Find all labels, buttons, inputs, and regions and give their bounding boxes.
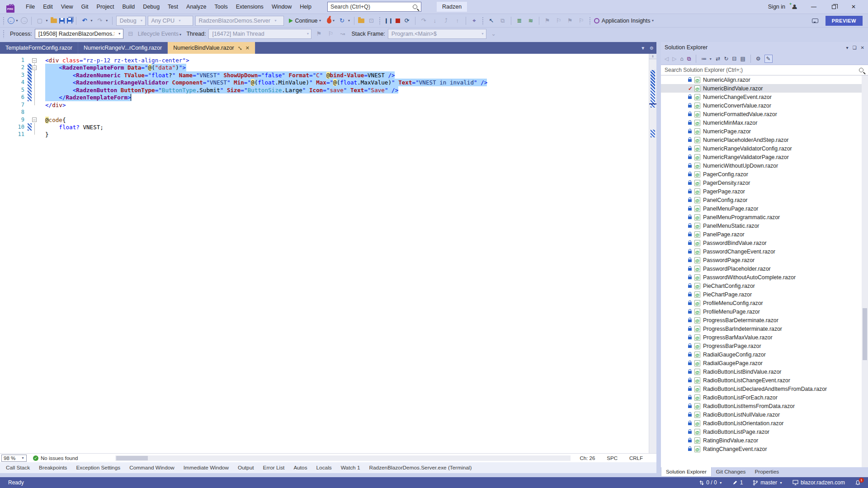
file-item-radiobuttonlistdeclaredanditemsfromdata-razor[interactable]: @RadioButtonListDeclaredAndItemsFromData… [661, 385, 868, 393]
se-back-icon[interactable]: ◁ [665, 56, 669, 62]
solution-explorer-header[interactable]: Solution Explorer ▾ ❏ ✕ [661, 42, 868, 53]
file-item-radiobuttonlistchangeevent-razor[interactable]: @RadioButtonListChangeEvent.razor [661, 376, 868, 385]
file-item-numericrangevalidatorconfig-razor[interactable]: @NumericRangeValidatorConfig.razor [661, 144, 868, 153]
file-item-numericrangevalidatorpage-razor[interactable]: @NumericRangeValidatorPage.razor [661, 153, 868, 161]
file-item-piechartconfig-razor[interactable]: @PieChartConfig.razor [661, 282, 868, 290]
file-item-radiobuttonlistorientation-razor[interactable]: @RadioButtonListOrientation.razor [661, 419, 868, 427]
menu-git[interactable]: Git [77, 2, 93, 12]
file-item-numericplaceholderandstep-razor[interactable]: @NumericPlaceholderAndStep.razor [661, 136, 868, 144]
file-item-progressbardeterminate-razor[interactable]: @ProgressBarDeterminate.razor [661, 316, 868, 324]
file-item-progressbarpage-razor[interactable]: @ProgressBarPage.razor [661, 342, 868, 350]
step-out-icon[interactable]: ⤴ [442, 16, 451, 26]
code-line-11[interactable]: 11} [0, 131, 649, 138]
home-icon[interactable]: ⌂ [680, 56, 683, 62]
menu-project[interactable]: Project [93, 2, 118, 12]
sign-in-button[interactable]: Sign in [768, 4, 785, 10]
document-tab-numericrangev-rconfig-razor[interactable]: NumericRangeV...rConfig.razor [78, 42, 168, 54]
show-all-files-icon[interactable] [358, 19, 364, 23]
file-item-passwordpage-razor[interactable]: @PasswordPage.razor [661, 256, 868, 264]
maximize-button[interactable] [824, 0, 844, 13]
close-button[interactable]: ✕ [844, 0, 863, 13]
file-item-pagerdensity-razor[interactable]: @PagerDensity.razor [661, 178, 868, 187]
sync-with-active-document-icon[interactable]: ⇄ [716, 56, 720, 62]
menu-test[interactable]: Test [164, 2, 182, 12]
panel-tab-call-stack[interactable]: Call Stack [2, 463, 34, 473]
file-item-numericminmax-razor[interactable]: @NumericMinMax.razor [661, 118, 868, 127]
toolbar-overflow-icon[interactable]: ⌄ [489, 29, 498, 39]
menu-tools[interactable]: Tools [211, 2, 232, 12]
file-item-passwordplaceholder-razor[interactable]: @PasswordPlaceholder.razor [661, 264, 868, 273]
clear-bookmarks-icon[interactable]: ⚐ [577, 16, 586, 26]
file-item-profilemenupage-razor[interactable]: @ProfileMenuPage.razor [661, 307, 868, 316]
show-threads-icon[interactable]: ≣ [515, 16, 524, 26]
file-item-numericwithoutupdown-razor[interactable]: @NumericWithoutUpDown.razor [661, 161, 868, 170]
navigate-back-dropdown[interactable]: ▼ [15, 19, 19, 22]
notifications-bell[interactable]: 1 [855, 480, 861, 486]
file-item-pagerpage-razor[interactable]: @PagerPage.razor [661, 187, 868, 196]
fold-collapse-icon[interactable]: – [32, 66, 37, 70]
se-vertical-scrollbar[interactable] [862, 75, 868, 467]
solution-explorer-search[interactable]: Search Solution Explorer (Ctrl+;) [661, 65, 868, 75]
editor-vertical-scrollbar[interactable]: ⇕ [649, 54, 656, 453]
panel-tab-command-window[interactable]: Command Window [125, 463, 179, 473]
panel-tab-breakpoints[interactable]: Breakpoints [35, 463, 71, 473]
file-item-ratingbindvalue-razor[interactable]: @RatingBindValue.razor [661, 436, 868, 445]
file-item-progressbarmaxvalue-razor[interactable]: @ProgressBarMaxValue.razor [661, 333, 868, 342]
panel-tab-watch-1[interactable]: Watch 1 [337, 463, 364, 473]
add-account-icon[interactable]: 👤︎ [792, 4, 797, 10]
bookmark-icon[interactable]: ⚑ [543, 16, 552, 26]
redo-icon[interactable]: ↷ [95, 16, 104, 26]
menu-help[interactable]: Help [296, 2, 316, 12]
file-item-numericbindvalue-razor[interactable]: ✓@NumericBindValue.razor [661, 84, 868, 93]
toolbar-grip[interactable] [3, 17, 5, 25]
code-line-5[interactable]: 5 <RadzenButton ButtonType="ButtonType.S… [0, 86, 649, 94]
panel-tab-error-list[interactable]: Error List [259, 463, 289, 473]
se-bottom-tab-solution-explorer[interactable]: Solution Explorer [661, 467, 712, 477]
save-icon[interactable] [59, 18, 65, 23]
step-into-icon[interactable]: ↓ [430, 16, 439, 26]
document-tab-templateformconfig-razor[interactable]: TemplateFormConfig.razor [0, 42, 78, 54]
code-line-3[interactable]: 3 <RadzenNumeric TValue="float?" Name="V… [0, 71, 649, 79]
save-all-icon[interactable] [67, 18, 72, 23]
filter-icon[interactable]: ≔ [701, 56, 707, 62]
code-line-9[interactable]: 9@code{– [0, 116, 649, 123]
file-item-numericconvertvalue-razor[interactable]: @NumericConvertValue.razor [661, 101, 868, 110]
hot-reload-icon[interactable] [326, 18, 331, 24]
solution-name-badge[interactable]: Radzen [437, 2, 467, 12]
stack-frame-select[interactable]: Program.<Main>$▼ [388, 29, 486, 39]
file-item-passwordbindvalue-razor[interactable]: @PasswordBindValue.razor [661, 239, 868, 247]
eol-indicator[interactable]: CRLF [629, 455, 643, 461]
file-item-panelmenuprogrammatic-razor[interactable]: @PanelMenuProgrammatic.razor [661, 213, 868, 221]
undo-icon[interactable]: ↶ [80, 16, 89, 26]
code-line-7[interactable]: 7</div> [0, 101, 649, 108]
code-editor[interactable]: 1<div class="rz-p-12 rz-text-align-cente… [0, 54, 656, 453]
code-line-1[interactable]: 1<div class="rz-p-12 rz-text-align-cente… [0, 56, 649, 64]
repository-selector[interactable]: blazor.radzen.com [793, 479, 845, 486]
application-insights-label[interactable]: Application Insights [602, 18, 651, 24]
tab-options-icon[interactable]: ⚙ [650, 46, 654, 51]
menu-analyze[interactable]: Analyze [182, 2, 210, 12]
file-item-progressbarindeterminate-razor[interactable]: @ProgressBarIndeterminate.razor [661, 324, 868, 333]
file-item-radiobuttonlistforeach-razor[interactable]: @RadioButtonListForEach.razor [661, 393, 868, 402]
continue-button[interactable]: Continue▼ [286, 17, 325, 25]
debug-target-icon[interactable]: ⌖ [470, 16, 479, 26]
file-item-piechartpage-razor[interactable]: @PieChartPage.razor [661, 290, 868, 299]
lifecycle-events-button[interactable]: Lifecycle Events ▼ [138, 31, 182, 37]
break-all-icon[interactable]: ❙❙ [384, 18, 393, 23]
panel-tab-radzenblazordemos-server-exe-terminal-[interactable]: RadzenBlazorDemos.Server.exe (Terminal) [365, 463, 476, 473]
navigate-back-icon[interactable]: ← [8, 17, 14, 24]
file-item-radialgaugepage-razor[interactable]: @RadialGaugePage.razor [661, 359, 868, 367]
feedback-icon[interactable] [812, 19, 818, 23]
window-list-icon[interactable]: ▼ [641, 46, 645, 51]
step-over-icon[interactable]: ↷ [419, 16, 428, 26]
code-line-6[interactable]: 6 </RadzenTemplateForm> [0, 94, 649, 101]
file-item-panelmenustatic-razor[interactable]: @PanelMenuStatic.razor [661, 221, 868, 230]
search-input[interactable]: Search (Ctrl+Q) [327, 2, 421, 12]
restart-debugging-icon[interactable]: ⟳ [402, 16, 411, 26]
menu-file[interactable]: File [22, 2, 39, 12]
se-bottom-tab-git-changes[interactable]: Git Changes [712, 467, 750, 476]
code-line-10[interactable]: 10 float? VNEST; [0, 123, 649, 131]
file-item-panelpage-razor[interactable]: @PanelPage.razor [661, 230, 868, 239]
minimize-button[interactable]: — [804, 0, 824, 13]
split-window-handle[interactable]: ⇕ [649, 54, 656, 59]
